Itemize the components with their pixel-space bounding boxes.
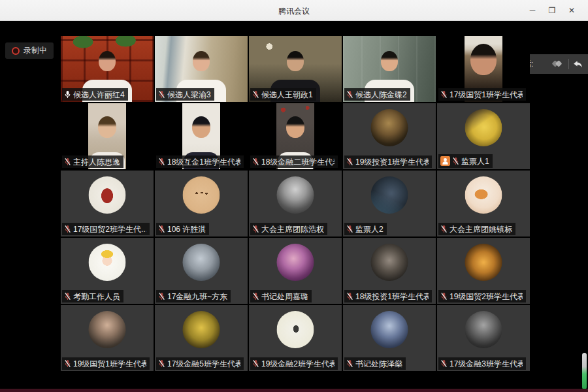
participant-tile[interactable]: 监票人2 [343, 171, 436, 237]
participant-tile[interactable]: 18级互金1班学生代表 [155, 103, 248, 169]
mic-muted-icon [252, 225, 259, 233]
mic-muted-icon [64, 292, 71, 301]
participant-tile[interactable]: 18级金融二班学生代表... [249, 103, 342, 169]
participant-tile[interactable]: 17级金融5班学生代表刘... [155, 305, 248, 371]
window-title: 腾讯会议 [0, 6, 588, 17]
name-tag: 19级国贸1班学生代表邓... [62, 357, 150, 370]
participant-tile[interactable]: 17金融九班~方东 [155, 238, 248, 304]
participant-name: 主持人陈思逸 [73, 158, 120, 166]
participant-tile[interactable]: 17级金融3班学生代表吴... [437, 305, 530, 371]
mic-muted-icon [64, 225, 71, 233]
participant-avatar [183, 244, 220, 281]
name-tag: 17金融九班~方东 [156, 290, 231, 302]
participant-avatar [465, 311, 502, 348]
minimize-button[interactable]: ─ [523, 6, 542, 15]
participant-name: 候选人许丽红4 [73, 91, 125, 99]
participant-grid: 候选人许丽红4 候选人梁渝3 候选人王朝政1 [61, 36, 530, 371]
mic-muted-icon [158, 292, 165, 301]
name-tag: 18级投资1班学生代表符... [344, 290, 432, 302]
participant-avatar [371, 176, 408, 214]
mic-muted-icon [346, 90, 353, 99]
mic-muted-icon [158, 157, 165, 166]
participant-name: 18级金融二班学生代表... [261, 158, 335, 166]
name-tag: 19级金融2班学生代表常... [250, 357, 338, 370]
participant-avatar [277, 311, 314, 348]
name-tag: 17级金融3班学生代表吴... [438, 357, 526, 370]
participant-name: 监票人2 [355, 225, 384, 233]
name-tag: 18级金融二班学生代表... [250, 155, 338, 168]
name-tag: 监票人2 [344, 223, 387, 235]
participant-tile[interactable]: 大会主席团陈浩权 [249, 171, 342, 237]
mic-muted-icon [346, 157, 353, 166]
mic-muted-icon [158, 359, 165, 368]
name-tag: 17级国贸1班学生代表苏... [438, 88, 526, 101]
name-tag: 17级金融5班学生代表刘... [156, 357, 244, 370]
mic-muted-icon [440, 292, 448, 301]
participant-name: 19级国贸1班学生代表邓... [73, 360, 146, 368]
participant-name: 18级投资1班学生代表符... [355, 293, 429, 301]
participant-tile[interactable]: 考勤工作人员 [61, 238, 154, 304]
mic-muted-icon [440, 90, 448, 99]
name-tag: 书记处陈泽燊 [344, 357, 406, 370]
participant-avatar [465, 109, 502, 146]
mic-muted-icon [346, 292, 353, 301]
close-button[interactable]: ✕ [562, 6, 581, 15]
participant-tile[interactable]: 书记处陈泽燊 [343, 305, 436, 371]
participant-tile[interactable]: 17级国贸1班学生代表苏... [437, 36, 530, 102]
name-tag: 书记处周嘉璐 [250, 290, 312, 302]
participant-tile[interactable]: 17级国贸2班学生代... [61, 171, 154, 237]
mic-muted-icon [252, 292, 259, 301]
recording-badge[interactable]: 录制中 [5, 42, 54, 59]
mic-muted-icon [252, 90, 259, 99]
participant-avatar [371, 311, 408, 348]
participant-tile[interactable]: 18级投资1班学生代表符... [343, 238, 436, 304]
name-tag: 大会主席团陈浩权 [250, 223, 327, 235]
participant-name: 19级投资1班学生代表翟... [355, 158, 429, 166]
restore-button[interactable]: ❐ [542, 6, 562, 15]
participant-name: 17级国贸2班学生代... [73, 225, 146, 233]
participant-tile[interactable]: 书记处周嘉璐 [249, 238, 342, 304]
participant-tile[interactable]: 候选人陈金碟2 [343, 36, 436, 102]
scrollbar[interactable] [582, 353, 587, 389]
participant-avatar [277, 244, 314, 281]
recording-icon [12, 47, 20, 55]
participant-name: 书记处周嘉璐 [261, 293, 308, 301]
participant-avatar [371, 109, 408, 146]
participant-name: 大会主席团陈浩权 [261, 225, 324, 233]
participant-avatar [89, 176, 126, 214]
participant-tile[interactable]: 候选人梁渝3 [155, 36, 248, 102]
layout-view-icon[interactable] [550, 59, 564, 69]
participant-tile[interactable]: 主持人陈思逸 [61, 103, 154, 169]
participant-avatar [183, 176, 220, 214]
participant-name: 18级互金1班学生代表 [167, 158, 240, 166]
mic-muted-icon [64, 359, 71, 368]
participant-name: 17级金融5班学生代表刘... [167, 360, 240, 368]
titlebar[interactable]: 腾讯会议 ─ ❐ ✕ [0, 0, 588, 21]
collapse-arrow-icon[interactable] [573, 60, 583, 69]
participant-tile[interactable]: 19级国贸2班学生代表李... [437, 238, 530, 304]
participant-tile[interactable]: 监票人1 [437, 103, 530, 169]
name-tag: 17级国贸2班学生代... [62, 223, 150, 235]
participant-name: 大会主席团姚镇标 [449, 225, 512, 233]
participant-tile[interactable]: 19级金融2班学生代表常... [249, 305, 342, 371]
name-tag: 18级互金1班学生代表 [156, 155, 244, 168]
name-tag: 考勤工作人员 [62, 290, 123, 302]
participant-tile[interactable]: 106 许胜淇 [155, 171, 248, 237]
meeting-window: 腾讯会议 ─ ❐ ✕ 录制中 正在讲话: [0, 0, 588, 392]
participant-tile[interactable]: 19级国贸1班学生代表邓... [61, 305, 154, 371]
participant-name: 候选人王朝政1 [261, 91, 313, 99]
mic-muted-icon [346, 225, 353, 233]
window-controls: ─ ❐ ✕ [523, 0, 581, 21]
mic-muted-icon [440, 225, 448, 233]
name-tag: 主持人陈思逸 [62, 155, 123, 168]
participant-tile[interactable]: 候选人许丽红4 [61, 36, 154, 102]
name-tag: 候选人王朝政1 [250, 88, 316, 101]
name-tag: 19级国贸2班学生代表李... [438, 290, 526, 302]
participant-tile[interactable]: 19级投资1班学生代表翟... [343, 103, 436, 169]
participant-tile[interactable]: 大会主席团姚镇标 [437, 171, 530, 237]
mic-muted-icon [346, 359, 353, 368]
name-tag: 候选人陈金碟2 [344, 88, 410, 101]
participant-tile[interactable]: 候选人王朝政1 [249, 36, 342, 102]
participant-name: 候选人陈金碟2 [355, 91, 407, 99]
name-tag: 监票人1 [438, 154, 493, 168]
